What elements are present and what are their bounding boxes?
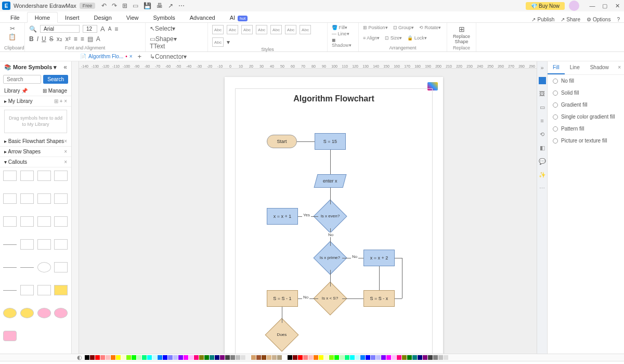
- color-swatch[interactable]: [298, 355, 303, 360]
- fill-option[interactable]: Gradient fill: [548, 99, 624, 111]
- expand-panel-icon[interactable]: »: [540, 64, 543, 71]
- shape-thumb[interactable]: [54, 285, 68, 295]
- color-swatch[interactable]: [152, 355, 157, 360]
- canvas[interactable]: -140-130-120-110-100-90-80-70-60-50-40-3…: [79, 61, 537, 354]
- open-icon[interactable]: ▭: [133, 2, 138, 9]
- page-tool-icon[interactable]: ▭: [539, 104, 546, 111]
- color-swatch[interactable]: [178, 355, 183, 360]
- collapse-sidebar-icon[interactable]: «: [63, 63, 67, 71]
- publish-button[interactable]: ↗ Publish: [531, 17, 554, 22]
- new-icon[interactable]: ⊞: [122, 2, 127, 9]
- rotate-button[interactable]: ⟲ Rotate▾: [419, 25, 441, 30]
- color-swatch[interactable]: [168, 355, 173, 360]
- color-swatch[interactable]: [381, 355, 386, 360]
- sub-icon[interactable]: x₂: [57, 35, 62, 43]
- tab-file[interactable]: File: [3, 12, 27, 22]
- shape-thumb[interactable]: [3, 331, 17, 341]
- doc-tab[interactable]: 📄 Algorithm Flo... • ×: [77, 53, 136, 60]
- style-swatch[interactable]: Abc: [212, 37, 224, 47]
- color-swatch[interactable]: [147, 355, 152, 360]
- shape-thumb[interactable]: [3, 290, 17, 291]
- text-button[interactable]: T Text: [150, 43, 165, 50]
- more-tool-icon[interactable]: ⋯: [539, 185, 546, 192]
- maximize-icon[interactable]: ▢: [600, 3, 609, 9]
- node-enterx[interactable]: enter x: [314, 174, 347, 188]
- color-swatch[interactable]: [407, 355, 412, 360]
- shape-thumb[interactable]: [37, 308, 51, 318]
- color-swatch[interactable]: [158, 355, 162, 360]
- color-swatch[interactable]: [444, 355, 448, 360]
- shape-thumb[interactable]: [54, 239, 68, 250]
- symbol-dropzone[interactable]: Drag symbols here to add to My Library: [4, 110, 67, 133]
- color-swatch[interactable]: [194, 355, 199, 360]
- color-swatch[interactable]: [402, 355, 407, 360]
- color-swatch[interactable]: [433, 355, 438, 360]
- color-swatch[interactable]: [210, 355, 214, 360]
- shadow-button[interactable]: ◼ Shadow▾: [332, 37, 354, 48]
- style-swatch[interactable]: Abc: [241, 25, 253, 34]
- style-swatch[interactable]: Abc: [300, 25, 311, 34]
- position-button[interactable]: ⊞ Position▾: [363, 25, 388, 30]
- shape-thumb[interactable]: [20, 285, 34, 295]
- color-swatch[interactable]: [308, 355, 313, 360]
- color-swatch[interactable]: [111, 355, 115, 360]
- color-swatch[interactable]: [277, 355, 282, 360]
- color-swatch[interactable]: [314, 355, 318, 360]
- shape-thumb[interactable]: [37, 239, 51, 250]
- shape-thumb[interactable]: [37, 285, 51, 295]
- undo-icon[interactable]: ↶: [101, 2, 107, 9]
- color-swatch[interactable]: [334, 355, 339, 360]
- outline-tool-icon[interactable]: ≡: [539, 118, 546, 125]
- color-swatch[interactable]: [418, 355, 422, 360]
- color-swatch[interactable]: [345, 355, 349, 360]
- color-swatch[interactable]: [386, 355, 391, 360]
- shape-thumb[interactable]: [37, 216, 51, 227]
- node-xplus2[interactable]: x = x + 2: [363, 250, 395, 266]
- search-font-icon[interactable]: 🔍: [29, 25, 37, 33]
- fill-option[interactable]: Single color gradient fill: [548, 111, 624, 123]
- image-tool-icon[interactable]: 🖼: [539, 90, 546, 98]
- history-tool-icon[interactable]: ⟲: [539, 131, 546, 138]
- color-swatch[interactable]: [340, 355, 344, 360]
- shape-button[interactable]: ▭ Shape▾: [150, 35, 177, 43]
- cut-icon[interactable]: ✂: [10, 25, 15, 32]
- shape-thumb[interactable]: [54, 193, 68, 204]
- bold-icon[interactable]: B: [29, 35, 34, 43]
- color-swatch[interactable]: [163, 355, 167, 360]
- shape-thumb[interactable]: [37, 193, 51, 204]
- node-start[interactable]: Start: [267, 135, 297, 148]
- shape-thumb[interactable]: [54, 171, 68, 181]
- color-swatch[interactable]: [350, 355, 355, 360]
- color-swatch[interactable]: [204, 355, 209, 360]
- shape-thumb[interactable]: [20, 267, 34, 268]
- redo-icon[interactable]: ↷: [112, 2, 117, 9]
- color-swatch[interactable]: [137, 355, 141, 360]
- share-button[interactable]: ↗ Share: [561, 17, 580, 22]
- shape-thumb[interactable]: [20, 308, 34, 318]
- tab-advanced[interactable]: Advanced: [183, 12, 223, 22]
- shape-thumb[interactable]: [3, 308, 17, 318]
- shape-thumb[interactable]: [3, 216, 17, 227]
- size-button[interactable]: ⊡ Size▾: [385, 35, 402, 41]
- style-swatch[interactable]: Abc: [270, 25, 282, 34]
- align-icon[interactable]: ≡: [114, 25, 118, 33]
- save-icon[interactable]: 💾: [144, 2, 151, 9]
- shape-thumb[interactable]: [54, 216, 68, 227]
- bullet-icon[interactable]: ≡: [74, 35, 77, 43]
- fill-option[interactable]: Pattern fill: [548, 123, 624, 135]
- close-icon[interactable]: ✕: [613, 3, 622, 9]
- font-name-select[interactable]: Arial: [40, 25, 80, 33]
- color-swatch[interactable]: [412, 355, 417, 360]
- color-swatch[interactable]: [329, 355, 334, 360]
- tab-insert[interactable]: Insert: [58, 12, 87, 22]
- color-swatch[interactable]: [360, 355, 365, 360]
- user-avatar[interactable]: [569, 1, 579, 11]
- export-icon[interactable]: ↗: [168, 2, 173, 9]
- tab-home[interactable]: Home: [27, 12, 58, 23]
- color-swatch[interactable]: [126, 355, 131, 360]
- style-swatch[interactable]: Abc: [227, 25, 238, 34]
- line-button[interactable]: — Line▾: [332, 31, 349, 36]
- panel-tab-line[interactable]: Line: [565, 61, 585, 74]
- number-icon[interactable]: ≡: [81, 35, 84, 43]
- color-swatch[interactable]: [100, 355, 105, 360]
